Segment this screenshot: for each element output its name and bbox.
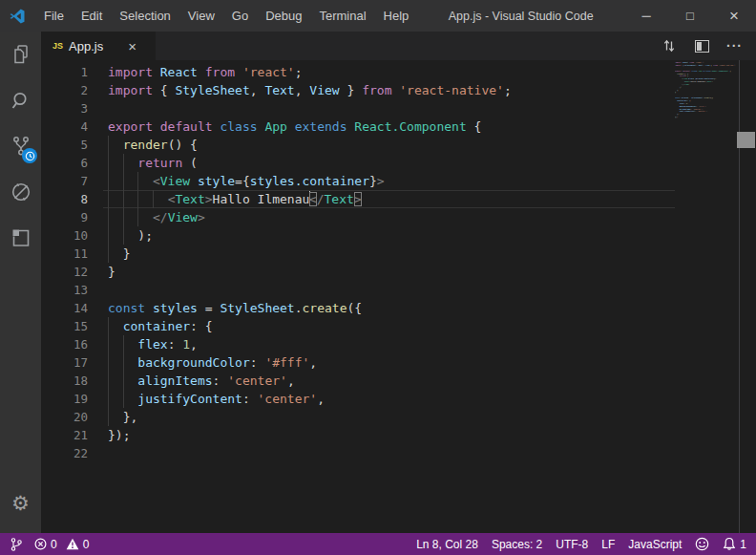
line-number[interactable]: 1 <box>41 63 103 81</box>
code-line[interactable]: <Text>Hallo Ilmenau</Text> <box>103 190 675 208</box>
menu-item-edit[interactable]: Edit <box>73 0 111 32</box>
menu-item-file[interactable]: File <box>35 0 73 32</box>
line-number[interactable]: 17 <box>41 353 103 372</box>
line-number[interactable]: 10 <box>41 226 103 245</box>
git-branch-item[interactable] <box>10 537 23 552</box>
indentation[interactable]: Spaces: 2 <box>492 538 542 551</box>
code-line[interactable]: } <box>103 263 675 281</box>
sync-changes-icon[interactable] <box>661 37 678 54</box>
manage-button[interactable]: ⚙ <box>0 480 41 525</box>
code-token: StyleSheet <box>175 83 249 97</box>
code-line[interactable]: }); <box>103 426 675 444</box>
tab-close-icon[interactable]: × <box>128 39 136 53</box>
line-number[interactable]: 6 <box>41 154 103 172</box>
minimap[interactable]: import React from 'react';import { Style… <box>675 61 739 176</box>
indent-guide <box>108 335 109 353</box>
indent-guide <box>123 353 124 372</box>
code-line[interactable]: }, <box>103 408 675 426</box>
line-number[interactable]: 21 <box>41 426 103 444</box>
line-number[interactable]: 4 <box>41 117 103 136</box>
code-row: 6 return ( <box>41 154 675 172</box>
menu-item-selection[interactable]: Selection <box>111 0 178 32</box>
code-line[interactable]: container: { <box>103 317 675 335</box>
menu-item-go[interactable]: Go <box>223 0 257 32</box>
line-number[interactable]: 5 <box>41 136 103 154</box>
code-token: ); <box>137 228 153 243</box>
code-token: > <box>354 192 362 206</box>
cursor-position[interactable]: Ln 8, Col 28 <box>416 538 478 551</box>
code-line[interactable]: export default class App extends React.C… <box>103 117 675 136</box>
code-token: , <box>317 392 325 406</box>
problems-item[interactable]: 0 0 <box>34 538 89 551</box>
code-token: , <box>287 374 295 388</box>
code-line[interactable]: alignItems: 'center', <box>103 372 675 390</box>
code-line[interactable]: justifyContent: 'center', <box>103 390 675 408</box>
notifications-item[interactable]: 1 <box>723 537 746 551</box>
source-control-button[interactable] <box>0 123 41 169</box>
code-line[interactable]: } <box>103 245 675 263</box>
code-token: ({ <box>347 301 363 315</box>
code-line[interactable]: <View style={styles.container}> <box>103 172 675 190</box>
indent-guide <box>108 317 109 335</box>
code-token: Text <box>264 83 294 97</box>
explorer-button[interactable] <box>0 32 41 77</box>
line-number[interactable]: 14 <box>41 299 103 317</box>
line-number[interactable]: 20 <box>41 408 103 426</box>
encoding[interactable]: UTF-8 <box>556 538 588 551</box>
split-editor-icon[interactable] <box>695 40 709 53</box>
menu-item-view[interactable]: View <box>179 0 223 32</box>
line-number[interactable]: 15 <box>41 317 103 335</box>
code-line[interactable] <box>103 444 675 462</box>
code-token: } <box>108 265 116 279</box>
code-token <box>145 301 153 315</box>
extensions-button[interactable] <box>0 215 41 261</box>
code-token: 'center' <box>258 392 318 406</box>
line-number[interactable]: 8 <box>41 190 103 208</box>
code-line[interactable]: import { StyleSheet, Text, View } from '… <box>103 81 675 99</box>
code-line[interactable]: backgroundColor: '#fff', <box>103 353 675 372</box>
indent-guide <box>108 136 109 154</box>
code-line[interactable]: </View> <box>103 208 675 226</box>
menu-item-help[interactable]: Help <box>375 0 418 32</box>
tab-appjs[interactable]: JS App.js × <box>41 32 156 60</box>
feedback-item[interactable] <box>695 537 709 551</box>
code-line[interactable]: render() { <box>103 136 675 154</box>
code-editor[interactable]: 1import React from 'react';2import { Sty… <box>41 60 756 533</box>
line-number[interactable]: 7 <box>41 172 103 190</box>
line-number[interactable]: 13 <box>41 281 103 299</box>
minimize-button[interactable]: ─ <box>624 0 668 32</box>
line-number[interactable]: 16 <box>41 335 103 353</box>
menu-item-debug[interactable]: Debug <box>257 0 310 32</box>
code-line[interactable]: flex: 1, <box>103 335 675 353</box>
code-token: justifyContent <box>137 392 242 406</box>
line-number[interactable]: 11 <box>41 245 103 263</box>
code-line[interactable]: return ( <box>103 154 675 172</box>
code-line[interactable]: const styles = StyleSheet.create({ <box>103 299 675 317</box>
menu-item-terminal[interactable]: Terminal <box>310 0 374 32</box>
javascript-file-icon: JS <box>52 41 63 51</box>
indent-guide <box>108 353 109 372</box>
language-mode[interactable]: JavaScript <box>628 538 682 551</box>
code-row: 16 flex: 1, <box>41 335 675 353</box>
code-line[interactable] <box>103 281 675 299</box>
line-number[interactable]: 2 <box>41 81 103 99</box>
debug-button[interactable] <box>0 169 41 215</box>
line-number[interactable]: 19 <box>41 390 103 408</box>
eol-sequence[interactable]: LF <box>601 538 615 551</box>
close-button[interactable]: × <box>712 0 756 32</box>
line-number[interactable]: 18 <box>41 372 103 390</box>
title-bar: FileEditSelectionViewGoDebugTerminalHelp… <box>0 0 756 32</box>
line-number[interactable]: 12 <box>41 263 103 281</box>
search-button[interactable] <box>0 77 41 123</box>
overview-ruler[interactable] <box>739 60 756 533</box>
errors-icon <box>34 538 47 550</box>
maximize-button[interactable]: □ <box>668 0 712 32</box>
code-line[interactable] <box>103 99 675 117</box>
line-number[interactable]: 3 <box>41 99 103 117</box>
code-line[interactable]: import React from 'react'; <box>103 63 675 81</box>
code-line[interactable]: ); <box>103 226 675 245</box>
code-token: style <box>198 174 235 188</box>
line-number[interactable]: 9 <box>41 208 103 226</box>
line-number[interactable]: 22 <box>41 444 103 462</box>
more-actions-icon[interactable]: ··· <box>726 38 743 53</box>
